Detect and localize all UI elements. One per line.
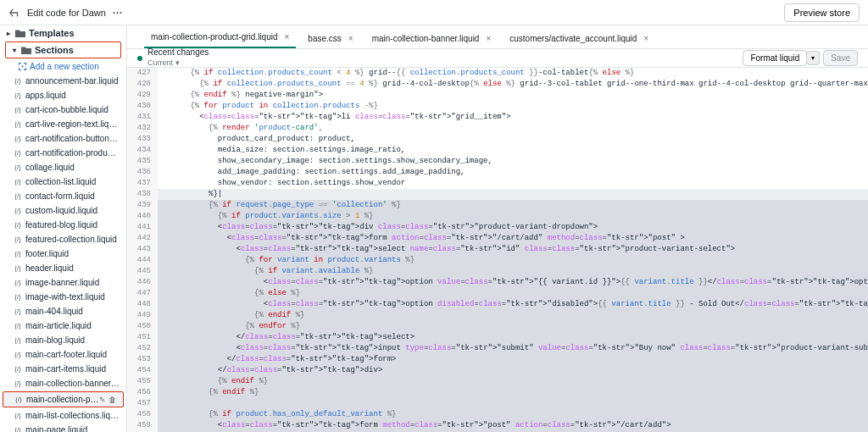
editor-tab[interactable]: main-collection-product-grid.liquid× [144,27,296,48]
sidebar-file-item[interactable]: {/}custom-liquid.liquid [0,203,126,218]
code-line[interactable]: 443 <class=class="tk-str">"tk-tag">selec… [127,244,868,255]
editor-tab[interactable]: base.css× [301,29,359,48]
code-line[interactable]: 449 {% endif %} [127,310,868,321]
preview-store-button[interactable]: Preview store [784,3,860,22]
code-line[interactable]: 439 {% if request.page_type == 'collecti… [127,200,868,211]
format-liquid-button[interactable]: Format liquid [743,50,807,66]
sidebar-file-item[interactable]: {/}image-with-text.liquid [0,290,126,304]
save-button[interactable]: Save [823,50,858,66]
sidebar-file-item[interactable]: {/}footer.liquid [0,246,126,261]
more-icon[interactable]: ··· [113,8,123,18]
line-number: 453 [127,354,158,365]
line-number: 431 [127,112,158,123]
file-icon: {/} [14,264,22,273]
file-icon: {/} [14,322,22,330]
delete-icon[interactable]: 🗑 [108,396,116,404]
code-content: {% endif %} [158,310,868,321]
code-line[interactable]: 437 show_vendor: section.settings.show_v… [127,178,868,189]
line-number: 432 [127,123,158,134]
sidebar-file-item[interactable]: {/}collage.liquid [0,160,126,174]
code-line[interactable]: 450 {% endfor %} [127,321,868,332]
file-icon: {/} [14,235,22,244]
code-line[interactable]: 440 {% if product.variants.size > 1 %} [127,211,868,222]
sidebar-file-item[interactable]: {/}main-collection-product...✎🗑 [3,391,124,407]
format-dropdown-button[interactable]: ▾ [806,51,820,65]
add-new-section-link[interactable]: + Add a new section [0,59,126,74]
close-icon[interactable]: × [348,34,353,43]
sidebar-file-item[interactable]: {/}main-404.liquid [0,304,126,318]
code-line[interactable]: 433 product_card_product: product, [127,134,868,145]
code-line[interactable]: 459 <class=class="tk-str">"tk-tag">form … [127,420,868,431]
code-line[interactable]: 428 {% if collection.products_count == 4… [127,79,868,90]
code-line[interactable]: 441 <class=class="tk-str">"tk-tag">div c… [127,222,868,233]
tab-label: customers/activate_account.liquid [509,34,637,43]
line-number: 446 [127,277,158,288]
sidebar-file-item[interactable]: {/}main-list-collections.liquid [0,408,126,423]
editor-tab[interactable]: main-collection-banner.liquid× [365,29,498,48]
code-line[interactable]: 454 </class=class="tk-str">"tk-tag">div> [127,365,868,376]
folder-templates[interactable]: ▸ Templates [0,25,126,41]
code-line[interactable]: 458 {% if product.has_only_default_varia… [127,409,868,420]
rename-icon[interactable]: ✎ [99,396,106,404]
sidebar-file-item[interactable]: {/}main-cart-items.liquid [0,362,126,376]
editor-tab[interactable]: customers/activate_account.liquid× [503,29,655,48]
close-icon[interactable]: × [285,32,290,42]
code-line[interactable]: 457 [127,398,868,409]
sidebar-file-item[interactable]: {/}apps.liquid [0,88,126,102]
sidebar-file-item[interactable]: {/}featured-blog.liquid [0,218,126,232]
sidebar-file-item[interactable]: {/}cart-notification-button.liquid [0,131,126,146]
file-icon: {/} [14,412,22,420]
file-label: main-cart-items.liquid [25,364,106,374]
close-icon[interactable]: × [486,34,491,43]
sidebar-file-item[interactable]: {/}cart-notification-product.liquid [0,146,126,160]
code-line[interactable]: 451 </class=class="tk-str">"tk-tag">sele… [127,332,868,343]
code-line[interactable]: 455 {% endif %} [127,376,868,387]
close-icon[interactable]: × [643,34,648,43]
folder-sections[interactable]: ▾ Sections [6,42,120,58]
sidebar-file-item[interactable]: {/}main-article.liquid [0,318,126,333]
code-content: <class=class="tk-str">"tk-tag">input typ… [158,343,868,354]
sidebar-file-item[interactable]: {/}collection-list.liquid [0,174,126,189]
line-number: 451 [127,332,158,343]
sidebar-file-item[interactable]: {/}cart-live-region-text.liquid [0,117,126,131]
code-line[interactable]: 431 <class=class="tk-str">"tk-tag">li cl… [127,112,868,123]
code-line[interactable]: 448 <class=class="tk-str">"tk-tag">optio… [127,299,868,310]
sidebar-file-item[interactable]: {/}main-collection-banner.liquid [0,376,126,390]
code-line[interactable]: 444 {% for variant in product.variants %… [127,255,868,266]
code-line[interactable]: 429 {% endif %} negative-margin"> [127,90,868,101]
code-line[interactable]: 445 {% if variant.available %} [127,266,868,277]
code-line[interactable]: 435 show_secondary_image: section.settin… [127,156,868,167]
code-line[interactable]: 447 {% else %} [127,288,868,299]
sidebar-file-item[interactable]: {/}cart-icon-bubble.liquid [0,102,126,117]
code-line[interactable]: 436 add_image_padding: section.settings.… [127,167,868,178]
line-number: 443 [127,244,158,255]
code-line[interactable]: 456 {% endif %} [127,387,868,398]
sidebar-file-item[interactable]: {/}main-page.liquid [0,423,126,432]
code-content: {% if product.has_only_default_variant %… [158,409,868,420]
sidebar-file-item[interactable]: {/}announcement-bar.liquid [0,74,126,88]
code-line[interactable]: 446 <class=class="tk-str">"tk-tag">optio… [127,277,868,288]
code-content: %}| [158,189,868,200]
code-line[interactable]: 442 <class=class="tk-str">"tk-tag">form … [127,233,868,244]
sidebar-file-item[interactable]: {/}contact-form.liquid [0,189,126,203]
code-content: <class=class="tk-str">"tk-tag">div class… [158,222,868,233]
code-line[interactable]: 438 %}| [127,189,868,200]
code-line[interactable]: 432 {% render 'product-card', [127,123,868,134]
sidebar-file-item[interactable]: {/}main-cart-footer.liquid [0,347,126,362]
code-editor[interactable]: 427 {% if collection.products_count < 4 … [127,68,868,432]
code-line[interactable]: 430 {% for product in collection.product… [127,101,868,112]
sidebar-file-item[interactable]: {/}header.liquid [0,261,126,275]
back-icon[interactable] [8,7,20,19]
file-icon: {/} [14,178,22,186]
code-line[interactable]: 452 <class=class="tk-str">"tk-tag">input… [127,343,868,354]
sidebar-file-item[interactable]: {/}featured-collection.liquid [0,232,126,246]
file-label: image-with-text.liquid [25,292,105,302]
file-icon: {/} [14,365,22,374]
sidebar-file-item[interactable]: {/}main-blog.liquid [0,333,126,347]
code-line[interactable]: 427 {% if collection.products_count < 4 … [127,68,868,79]
line-number: 437 [127,178,158,189]
recent-current-dropdown[interactable]: Current ▾ [147,57,209,69]
code-line[interactable]: 434 media_size: section.settings.image_r… [127,145,868,156]
code-line[interactable]: 453 </class=class="tk-str">"tk-tag">form… [127,354,868,365]
sidebar-file-item[interactable]: {/}image-banner.liquid [0,275,126,290]
